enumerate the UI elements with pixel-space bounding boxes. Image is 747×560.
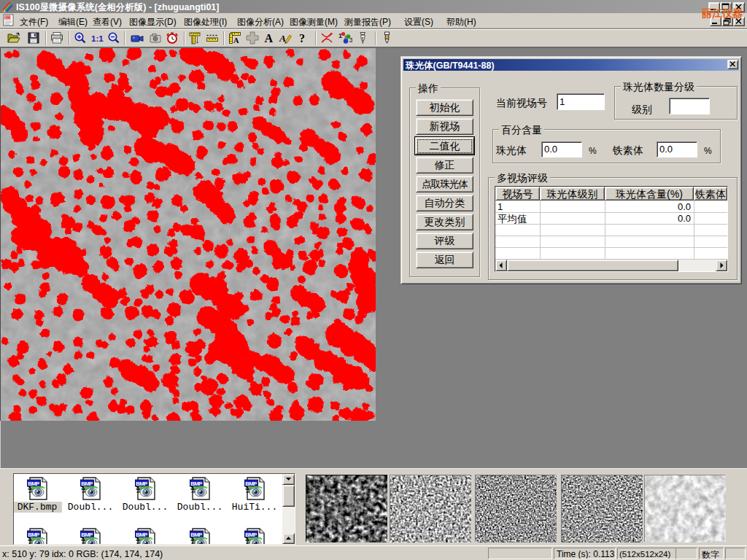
svg-text:3: 3	[349, 36, 353, 44]
svg-text:1:1: 1:1	[91, 34, 104, 43]
svg-text:A: A	[233, 36, 239, 44]
svg-text:A: A	[265, 32, 274, 44]
svg-text:DOC: DOC	[5, 16, 13, 20]
svg-text:?: ?	[299, 32, 305, 44]
svg-text:A: A	[279, 33, 286, 44]
